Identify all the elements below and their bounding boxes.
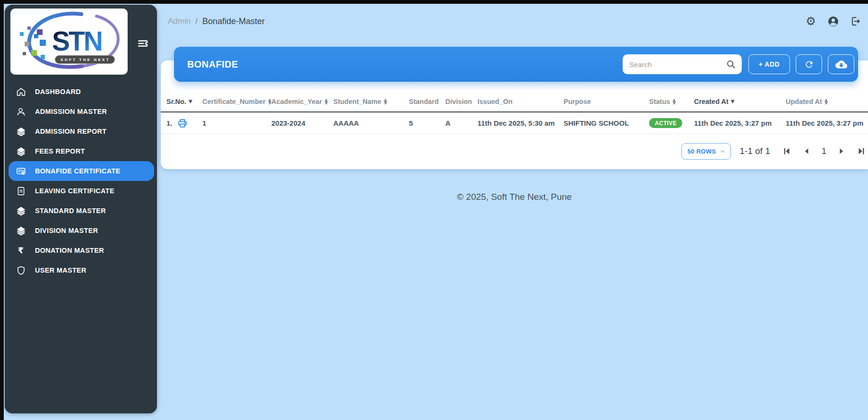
window-frame-left <box>0 0 4 420</box>
column-header-certificate-number[interactable]: Certificate_Number▲▼ <box>202 98 271 105</box>
current-page-number[interactable]: 1 <box>822 146 826 156</box>
person-icon <box>15 106 26 117</box>
cell-sr-no: 1. <box>166 118 202 129</box>
logout-icon[interactable] <box>849 15 861 27</box>
sidebar-item-division-master[interactable]: DIVISION MASTER <box>5 221 157 240</box>
sort-icon: ▲▼ <box>384 98 387 105</box>
sidebar-collapse-icon[interactable] <box>134 35 151 52</box>
rows-per-page-button[interactable]: 50 ROWS <box>681 143 731 160</box>
column-header-standard[interactable]: Standard <box>409 98 445 105</box>
cell-purpose: SHIFTING SCHOOL <box>564 119 649 127</box>
breadcrumb-section[interactable]: Admin <box>168 17 191 26</box>
topbar: Admin / Bonafide-Master ⚙ <box>168 11 861 31</box>
breadcrumb-separator: / <box>195 17 198 26</box>
sidebar-item-label: ADMISSION MASTER <box>35 108 107 115</box>
main-area: Admin / Bonafide-Master ⚙ BONAFIDE + ADD <box>157 4 868 420</box>
sort-icon: ▲▼ <box>268 98 271 105</box>
chevron-down-icon <box>720 148 726 154</box>
status-badge: ACTIVE <box>649 118 682 128</box>
column-header-created-at[interactable]: Created At▼ <box>694 98 786 105</box>
search-icon[interactable] <box>726 59 736 69</box>
sidebar-item-label: DONATION MASTER <box>35 247 104 254</box>
cell-issued-on: 11th Dec 2025, 5:30 am <box>477 119 564 127</box>
logo-text: STN <box>52 26 102 57</box>
sidebar-item-label: LEAVING CERTIFICATE <box>35 187 114 195</box>
logo-square <box>20 32 24 36</box>
logo-square <box>31 50 37 56</box>
panel-actions: + ADD <box>623 54 854 74</box>
layers-icon <box>15 225 26 236</box>
sidebar-item-bonafide-certificate[interactable]: BONAFIDE CERTIFICATE <box>9 161 154 181</box>
cell-status: ACTIVE <box>649 118 694 128</box>
window-frame-top <box>0 0 868 4</box>
previous-page-icon[interactable] <box>802 146 812 156</box>
topbar-icons: ⚙ <box>805 15 861 27</box>
breadcrumb-page: Bonafide-Master <box>202 17 265 26</box>
sidebar-item-label: BONAFIDE CERTIFICATE <box>35 167 121 175</box>
layers-icon <box>15 146 26 157</box>
sidebar-item-dashboard[interactable]: DASHBOARD <box>5 82 157 102</box>
sidebar-item-label: FEES REPORT <box>35 147 85 155</box>
sidebar-item-user-master[interactable]: USER MASTER <box>5 260 157 280</box>
page-range: 1-1 of 1 <box>740 146 770 156</box>
sort-icon: ▲▼ <box>672 98 676 105</box>
bonafide-card: BONAFIDE + ADD Sr.No.▼ Certifica <box>161 60 868 169</box>
sidebar-item-label: STANDARD MASTER <box>35 207 106 214</box>
account-icon[interactable] <box>827 15 839 27</box>
add-button[interactable]: + ADD <box>748 54 790 74</box>
gear-icon[interactable]: ⚙ <box>805 15 817 27</box>
sidebar-item-donation-master[interactable]: ₹ DONATION MASTER <box>5 240 157 260</box>
refresh-button[interactable] <box>796 54 822 74</box>
logo-tagline: SOFT THE NEXT <box>55 55 115 64</box>
first-page-icon[interactable] <box>782 146 792 156</box>
cell-updated-at: 11th Dec 2025, 3:27 pm <box>786 119 868 127</box>
logo-square <box>25 42 29 46</box>
refresh-icon <box>804 60 814 69</box>
sidebar-item-label: DIVISION MASTER <box>35 227 98 234</box>
download-button[interactable] <box>828 54 854 74</box>
logo-square <box>37 29 43 35</box>
table-row: 1. 1 2023-2024 AAAAA 5 A 11th Dec 2025, … <box>161 112 868 134</box>
cloud-download-icon <box>835 59 847 70</box>
sidebar-item-standard-master[interactable]: STANDARD MASTER <box>5 201 157 221</box>
sort-icon: ▲▼ <box>825 98 828 105</box>
next-page-icon[interactable] <box>836 146 846 156</box>
certificate-icon <box>15 165 26 177</box>
logo-square <box>41 55 45 59</box>
sidebar-item-fees-report[interactable]: FEES REPORT <box>5 141 157 161</box>
cell-certificate-number: 1 <box>202 119 271 127</box>
sidebar-item-label: USER MASTER <box>35 266 87 274</box>
shield-icon <box>15 265 26 276</box>
logo-square <box>27 26 31 30</box>
last-page-icon[interactable] <box>856 146 866 156</box>
pagination-controls: 1 <box>782 146 866 156</box>
sidebar-item-admission-report[interactable]: ADMISSION REPORT <box>5 121 157 141</box>
sidebar-item-leaving-certificate[interactable]: LEAVING CERTIFICATE <box>5 181 157 201</box>
layers-icon <box>15 126 26 137</box>
search-input[interactable] <box>629 60 726 69</box>
print-icon[interactable] <box>177 118 188 129</box>
column-header-purpose[interactable]: Purpose <box>564 98 649 105</box>
sort-desc-icon: ▼ <box>731 99 735 104</box>
breadcrumb: Admin / Bonafide-Master <box>168 17 265 26</box>
logo-square <box>40 40 46 46</box>
sort-icon: ▲▼ <box>324 98 328 105</box>
document-icon <box>15 185 26 197</box>
column-header-issued-on[interactable]: Issued_On <box>477 98 564 105</box>
cell-student-name: AAAAA <box>333 119 409 127</box>
column-header-academic-year[interactable]: Academic_Year▲▼ <box>271 98 333 105</box>
table-header: Sr.No.▼ Certificate_Number▲▼ Academic_Ye… <box>161 92 868 112</box>
column-header-student-name[interactable]: Student_Name▲▼ <box>333 98 409 105</box>
column-header-updated-at[interactable]: Updated At▲▼ <box>786 98 868 105</box>
sidebar-item-admission-master[interactable]: ADMISSION MASTER <box>5 102 157 121</box>
logo-square <box>23 52 26 55</box>
layers-icon <box>15 205 26 216</box>
cell-academic-year: 2023-2024 <box>271 119 333 127</box>
sidebar: STN SOFT THE NEXT DASHBOARD ADMISSION MA… <box>5 5 157 413</box>
column-header-status[interactable]: Status▲▼ <box>649 98 694 105</box>
column-header-sr-no[interactable]: Sr.No.▼ <box>166 98 202 105</box>
column-header-division[interactable]: Division <box>445 98 477 105</box>
search-box <box>623 54 742 74</box>
footer-copyright: © 2025, Soft The Next, Pune <box>161 192 868 202</box>
home-icon <box>15 86 26 97</box>
